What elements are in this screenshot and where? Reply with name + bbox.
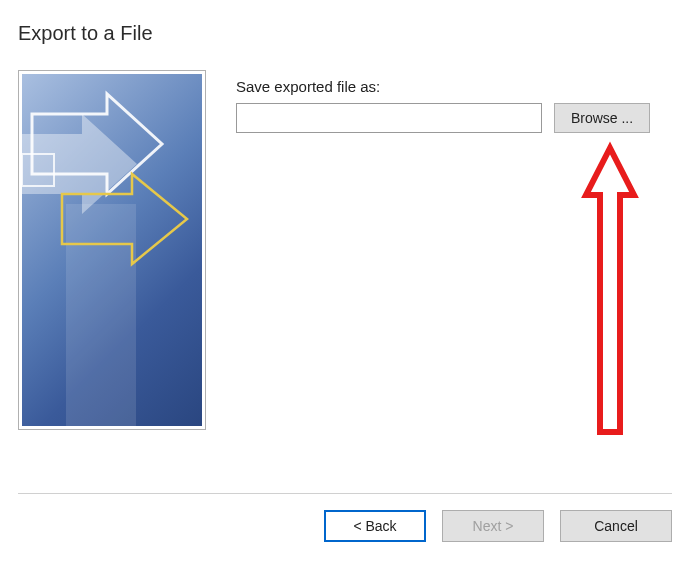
separator-line [18,493,672,494]
back-button[interactable]: < Back [324,510,426,542]
arrows-graphic-icon [22,74,202,426]
wizard-sidebar-image [18,70,206,430]
cancel-button[interactable]: Cancel [560,510,672,542]
dialog-title: Export to a File [0,0,690,45]
file-path-input[interactable] [236,103,542,133]
svg-rect-0 [66,204,136,426]
button-row: < Back Next > Cancel [324,510,672,542]
browse-button[interactable]: Browse ... [554,103,650,133]
file-path-label: Save exported file as: [236,78,672,95]
form-area: Save exported file as: Browse ... [236,78,672,133]
content-area: Save exported file as: Browse ... [18,70,672,477]
next-button: Next > [442,510,544,542]
